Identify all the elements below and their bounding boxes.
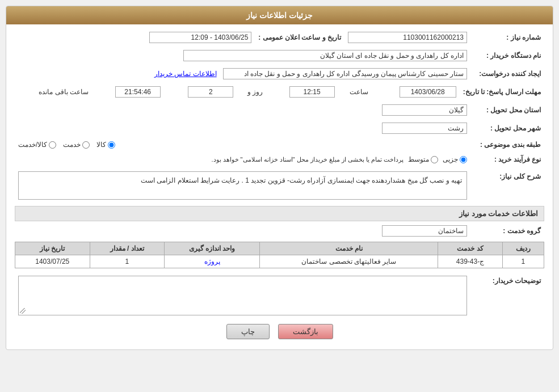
mohlat-date: 1403/06/28 [400, 86, 456, 98]
ijad-konande-label: ایجاد کننده درخواست: [470, 66, 544, 81]
nouz-label: نوع فرآیند خرید : [470, 154, 544, 165]
col-radif: ردیف [502, 242, 544, 255]
resize-handle [20, 308, 26, 314]
tarikh-label: تاریخ و ساعت اعلان عمومی : [255, 30, 344, 45]
shomare-niaz-label: شماره نیاز : [470, 30, 544, 45]
tabaqe-kala[interactable]: کالا [96, 141, 115, 149]
rooz-value: 2 [188, 86, 233, 98]
ostan-label: استان محل تحویل : [470, 103, 544, 117]
mohlat-label: مهلت ارسال پاسخ: تا تاریخ: [460, 85, 544, 99]
print-button[interactable]: چاپ [226, 324, 270, 339]
buttons-row: بازگشت چاپ [15, 324, 544, 339]
nam-dastgah-value: اداره کل راهداری و حمل و نقل جاده ای است… [183, 50, 467, 61]
shomare-niaz-value: 1103001162000213 [348, 32, 467, 43]
nouz-note: پرداخت تمام یا بخشی از مبلغ خریداز محل "… [211, 156, 404, 163]
nouz-jozi[interactable]: جزیی [443, 155, 467, 163]
group-label: گروه خدمت : [470, 224, 544, 238]
tabaqe-kala-khidmat[interactable]: کالا/خدمت [18, 141, 56, 149]
group-value: ساختمان [382, 225, 467, 237]
tabaqe-khidmat[interactable]: خدمت [63, 141, 90, 149]
col-tedad: تعداد / مقدار [90, 242, 164, 255]
tawzihat-box[interactable] [18, 276, 467, 315]
sharh-label: شرح کلی نیاز: [470, 170, 544, 201]
ijad-konande-link[interactable]: اطلاعات تماس خریدار [154, 70, 217, 78]
baqi-label: ساعت باقی مانده [39, 88, 89, 96]
saat-value: 12:15 [289, 86, 335, 98]
col-vahed: واحد اندازه گیری [164, 242, 259, 255]
back-button[interactable]: بازگشت [278, 324, 333, 339]
sharh-text: تهیه و نصب گل میخ هشداردهنده جهت ایمنساز… [18, 171, 467, 200]
tawzihat-label: توضیحات خریدار: [470, 274, 544, 317]
nouz-motevasset[interactable]: متوسط [408, 155, 438, 163]
khadamat-table: ردیف کد خدمت نام خدمت واحد اندازه گیری ت… [15, 242, 544, 268]
rooz-label: روز و [247, 88, 263, 96]
nam-dastgah-label: نام دستگاه خریدار : [470, 48, 544, 63]
ijad-konande-value: ستار حسینی کارشناس پیمان ورسیدگی اداره ک… [223, 68, 467, 79]
saat-label: ساعت [350, 88, 368, 96]
col-kod: کد خدمت [438, 242, 502, 255]
page-header: جزئیات اطلاعات نیاز [6, 6, 553, 24]
khadamat-section-title: اطلاعات خدمات مورد نیاز [15, 206, 544, 221]
tarikh-value: 1403/06/25 - 12:09 [149, 32, 251, 43]
shahr-value: رشت [382, 123, 467, 134]
shahr-label: شهر محل تحویل : [470, 121, 544, 136]
col-tarikh: تاریخ نیاز [15, 242, 90, 255]
col-nam: نام خدمت [260, 242, 438, 255]
baqi-value: 21:54:46 [115, 86, 161, 98]
tabaqe-label: طبقه بندی موضوعی : [470, 139, 544, 150]
ostan-value: گیلان [382, 104, 467, 116]
table-row: 1ج-43-439سایر فعالیتهای تخصصی ساختمانپرو… [15, 255, 544, 268]
